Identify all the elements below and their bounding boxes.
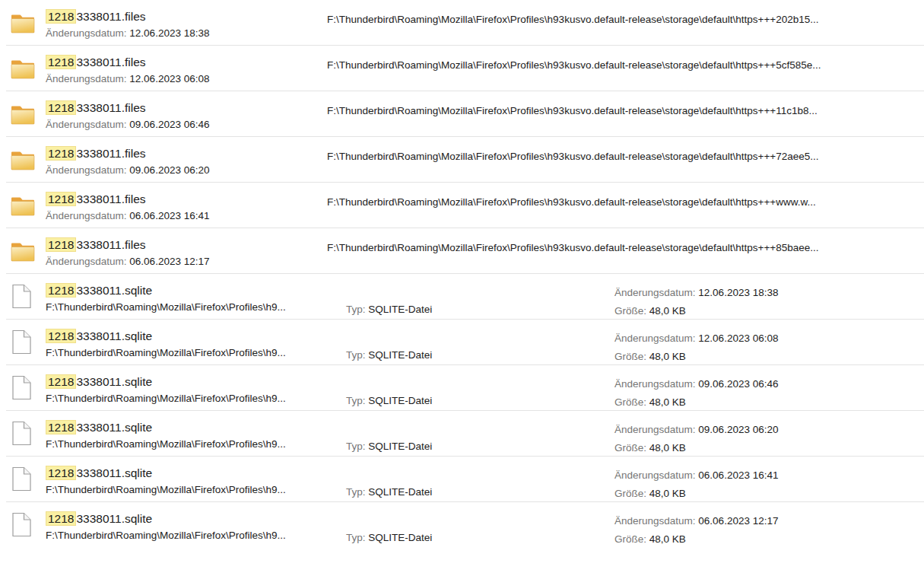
search-highlight: 1218	[46, 192, 76, 206]
file-icon	[12, 512, 31, 540]
item-name-rest: 3338011.files	[76, 10, 145, 23]
size-line: Größe: 48,0 KB	[614, 439, 778, 457]
search-highlight: 1218	[46, 420, 76, 434]
item-name-rest: 3338011.sqlite	[76, 421, 152, 434]
file-type-line: Typ: SQLITE-Datei	[346, 530, 432, 546]
search-highlight: 1218	[46, 55, 76, 69]
item-path: F:\Thunderbird\Roaming\Mozilla\Firefox\P…	[327, 149, 818, 164]
modified-value: 06.06.2023 12:17	[129, 256, 209, 267]
search-highlight: 1218	[46, 466, 76, 480]
item-name: 12183338011.files	[46, 145, 209, 163]
size-value: 48,0 KB	[649, 396, 686, 408]
file-icon	[12, 466, 31, 495]
item-name: 12183338011.sqlite	[46, 418, 286, 437]
modified-line: Änderungsdatum: 09.06.2023 06:46	[46, 117, 209, 132]
modified-label: Änderungsdatum:	[46, 119, 127, 130]
name-column: 12183338011.sqlite F:\Thunderbird\Roamin…	[46, 282, 286, 315]
folder-icon	[11, 103, 35, 129]
file-details: Änderungsdatum: 09.06.2023 06:46 Größe: …	[614, 375, 778, 412]
file-details: Änderungsdatum: 12.06.2023 06:08 Größe: …	[614, 329, 778, 366]
file-details: Änderungsdatum: 09.06.2023 06:20 Größe: …	[614, 421, 778, 457]
type-label: Typ:	[346, 486, 366, 498]
type-value: SQLITE-Datei	[368, 304, 432, 315]
type-label: Typ:	[346, 441, 366, 452]
folder-icon	[11, 194, 35, 220]
type-label: Typ:	[346, 532, 366, 543]
item-name: 12183338011.sqlite	[46, 464, 286, 482]
modified-label: Änderungsdatum:	[614, 333, 696, 344]
file-row[interactable]: 12183338011.sqlite F:\Thunderbird\Roamin…	[0, 320, 924, 365]
folder-row[interactable]: 12183338011.files Änderungsdatum: 12.06.…	[0, 46, 924, 91]
item-name-rest: 3338011.files	[76, 193, 145, 205]
file-type-line: Typ: SQLITE-Datei	[346, 393, 432, 409]
name-column: 12183338011.sqlite F:\Thunderbird\Roamin…	[46, 327, 286, 361]
search-highlight: 1218	[46, 146, 76, 161]
file-type-line: Typ: SQLITE-Datei	[346, 439, 432, 454]
type-label: Typ:	[346, 395, 366, 406]
modified-label: Änderungsdatum:	[614, 287, 696, 298]
size-line: Größe: 48,0 KB	[614, 485, 778, 503]
search-highlight: 1218	[46, 329, 76, 343]
size-label: Größe:	[614, 442, 646, 453]
file-row[interactable]: 12183338011.sqlite F:\Thunderbird\Roamin…	[0, 502, 924, 548]
modified-value: 12.06.2023 06:08	[129, 73, 209, 84]
folder-row[interactable]: 12183338011.files Änderungsdatum: 06.06.…	[0, 228, 924, 274]
name-column: 12183338011.sqlite F:\Thunderbird\Roamin…	[46, 418, 286, 452]
item-name-rest: 3338011.sqlite	[76, 512, 152, 525]
modified-value: 06.06.2023 16:41	[129, 210, 209, 221]
file-row[interactable]: 12183338011.sqlite F:\Thunderbird\Roamin…	[0, 411, 924, 457]
item-name-rest: 3338011.files	[76, 147, 145, 160]
size-value: 48,0 KB	[649, 533, 686, 545]
size-value: 48,0 KB	[649, 351, 686, 362]
modified-line: Änderungsdatum: 09.06.2023 06:20	[46, 163, 209, 178]
folder-row[interactable]: 12183338011.files Änderungsdatum: 09.06.…	[0, 91, 924, 137]
folder-row[interactable]: 12183338011.files Änderungsdatum: 12.06.…	[0, 0, 924, 46]
file-icon	[12, 329, 31, 358]
search-results-list: 12183338011.files Änderungsdatum: 12.06.…	[0, 0, 924, 548]
modified-value: 06.06.2023 16:41	[698, 469, 778, 481]
modified-line: Änderungsdatum: 09.06.2023 06:20	[614, 421, 778, 439]
item-path: F:\Thunderbird\Roaming\Mozilla\Firefox\P…	[46, 300, 286, 315]
modified-label: Änderungsdatum:	[46, 73, 127, 84]
modified-line: Änderungsdatum: 06.06.2023 12:17	[46, 254, 209, 269]
item-path: F:\Thunderbird\Roaming\Mozilla\Firefox\P…	[46, 391, 286, 406]
item-name-rest: 3338011.sqlite	[76, 466, 152, 479]
modified-label: Änderungsdatum:	[46, 164, 127, 176]
search-highlight: 1218	[46, 374, 76, 389]
folder-icon	[11, 148, 35, 174]
item-path: F:\Thunderbird\Roaming\Mozilla\Firefox\P…	[46, 482, 286, 498]
file-details: Änderungsdatum: 12.06.2023 18:38 Größe: …	[614, 284, 778, 320]
modified-label: Änderungsdatum:	[46, 27, 127, 39]
item-name: 12183338011.files	[46, 8, 209, 26]
name-column: 12183338011.files Änderungsdatum: 12.06.…	[46, 8, 209, 41]
name-column: 12183338011.files Änderungsdatum: 06.06.…	[46, 190, 209, 224]
name-column: 12183338011.files Änderungsdatum: 06.06.…	[46, 236, 209, 269]
file-row[interactable]: 12183338011.sqlite F:\Thunderbird\Roamin…	[0, 365, 924, 411]
type-label: Typ:	[346, 349, 366, 361]
item-name: 12183338011.sqlite	[46, 510, 286, 528]
file-type-line: Typ: SQLITE-Datei	[346, 302, 432, 317]
modified-line: Änderungsdatum: 06.06.2023 16:41	[46, 208, 209, 224]
name-column: 12183338011.files Änderungsdatum: 09.06.…	[46, 99, 209, 132]
file-row[interactable]: 12183338011.sqlite F:\Thunderbird\Roamin…	[0, 457, 924, 502]
name-column: 12183338011.files Änderungsdatum: 09.06.…	[46, 145, 209, 178]
item-name-rest: 3338011.sqlite	[76, 284, 152, 297]
item-name-rest: 3338011.files	[76, 101, 145, 114]
file-type-line: Typ: SQLITE-Datei	[346, 485, 432, 500]
modified-line: Änderungsdatum: 12.06.2023 18:38	[46, 26, 209, 41]
item-path: F:\Thunderbird\Roaming\Mozilla\Firefox\P…	[46, 437, 286, 452]
file-icon	[12, 375, 31, 403]
item-path: F:\Thunderbird\Roaming\Mozilla\Firefox\P…	[46, 345, 286, 361]
name-column: 12183338011.sqlite F:\Thunderbird\Roamin…	[46, 373, 286, 406]
file-icon	[12, 284, 31, 312]
type-value: SQLITE-Datei	[368, 441, 432, 452]
modified-value: 12.06.2023 18:38	[129, 27, 209, 39]
modified-label: Änderungsdatum:	[46, 210, 127, 221]
file-type-line: Typ: SQLITE-Datei	[346, 348, 432, 363]
folder-row[interactable]: 12183338011.files Änderungsdatum: 06.06.…	[0, 183, 924, 228]
file-row[interactable]: 12183338011.sqlite F:\Thunderbird\Roamin…	[0, 274, 924, 320]
folder-icon	[11, 240, 35, 266]
size-label: Größe:	[614, 305, 646, 317]
folder-row[interactable]: 12183338011.files Änderungsdatum: 09.06.…	[0, 137, 924, 183]
item-path: F:\Thunderbird\Roaming\Mozilla\Firefox\P…	[327, 195, 816, 210]
